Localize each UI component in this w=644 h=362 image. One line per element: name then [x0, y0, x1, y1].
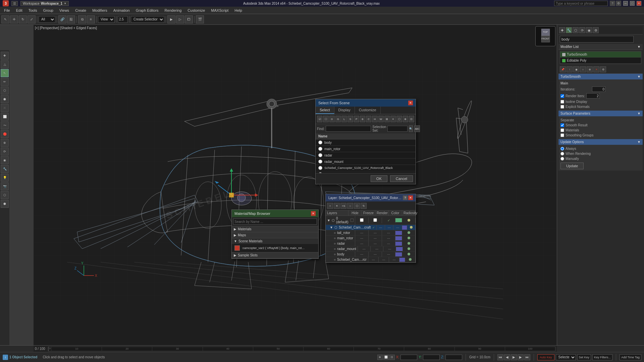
- layer-color-radar-mount[interactable]: [396, 247, 402, 251]
- x-input[interactable]: [400, 355, 417, 360]
- layer-color-radar[interactable]: [395, 242, 402, 246]
- layer-row-tail-rotor[interactable]: ○ tail_rotor --- --- ---: [326, 230, 416, 236]
- title-search-input[interactable]: [554, 1, 608, 6]
- modifier-turbosmooth[interactable]: TurboSmooth: [560, 52, 641, 58]
- key-mode-select[interactable]: Selected: [556, 354, 576, 360]
- rp-icon-motion[interactable]: ⟳: [579, 27, 585, 33]
- list-item-schiebel[interactable]: Schiebel_Camcopter_S100_UAV_Rotorcraft_B…: [316, 165, 416, 171]
- when-rendering-radio[interactable]: [560, 152, 564, 156]
- tool-create[interactable]: ✚: [1, 52, 9, 60]
- selection-set-dd[interactable]: Create Selection...: [131, 16, 164, 23]
- layer-row-body[interactable]: ○ body --- --- ---: [326, 252, 416, 257]
- list-item-radar-mount[interactable]: radar_mount: [316, 159, 416, 165]
- select-filter5[interactable]: B: [360, 116, 365, 122]
- tool-patch[interactable]: ⬜: [1, 113, 9, 121]
- turbosmooth-header[interactable]: TurboSmooth ▼: [558, 74, 643, 79]
- select-sort2[interactable]: ⬡: [396, 116, 402, 122]
- tool-display[interactable]: ◉: [1, 156, 9, 164]
- mat-scene-header[interactable]: ▼ Scene Materials: [232, 238, 318, 244]
- menu-graph-editors[interactable]: Graph Editors: [133, 8, 161, 13]
- layer-render-default[interactable]: ✓: [382, 218, 395, 223]
- layer-color-schiebel2[interactable]: [399, 258, 405, 262]
- list-item-radar[interactable]: radar: [316, 152, 416, 159]
- select-invert-btn[interactable]: ⊙: [329, 116, 335, 122]
- manually-radio[interactable]: [560, 157, 564, 161]
- tool-move[interactable]: ✛: [10, 15, 18, 23]
- tool-mirror[interactable]: ⧉: [78, 15, 86, 23]
- update-btn[interactable]: Update: [560, 163, 584, 169]
- tool-select[interactable]: ↖: [1, 15, 9, 23]
- tool-link[interactable]: 🔗: [58, 15, 66, 23]
- viewport[interactable]: [+] [Perspective] [Shaded + Edged Faces]: [34, 25, 557, 345]
- layer-color-body[interactable]: [395, 252, 402, 256]
- menu-animation[interactable]: Animation: [111, 8, 132, 13]
- tool-align[interactable]: ≡: [87, 15, 95, 23]
- select-all-btn[interactable]: ☑: [317, 116, 322, 122]
- play-prev-key[interactable]: ⏮: [497, 354, 503, 360]
- rp-icon-modify[interactable]: 🔧: [566, 27, 572, 33]
- mat-sample-header[interactable]: ▶ Sample Slots: [232, 252, 318, 258]
- tool-motion[interactable]: ⟳: [1, 147, 9, 156]
- mat-materials-header[interactable]: ▶ Materials: [232, 226, 318, 232]
- menu-create[interactable]: Create: [72, 8, 89, 13]
- select-none-btn[interactable]: ☐: [323, 116, 328, 122]
- settings-icon[interactable]: ⚙: [616, 1, 621, 6]
- surface-params-header[interactable]: Surface Parameters ▼: [558, 111, 643, 116]
- rp-icon-hierarchy[interactable]: ⬡: [573, 27, 579, 33]
- dialog-select-close[interactable]: ✕: [408, 101, 413, 105]
- select-filter2[interactable]: L: [341, 116, 347, 122]
- mod-configure-btn[interactable]: ⚙: [600, 66, 606, 72]
- title-file-menu[interactable]: ☰: [11, 1, 18, 6]
- tool-paint[interactable]: ✏: [1, 78, 9, 86]
- modifier-editable-poly[interactable]: Editable Poly: [560, 58, 641, 64]
- dialog-material-close[interactable]: ✕: [311, 211, 316, 216]
- tool-open-render-setup[interactable]: 🎬: [196, 15, 204, 23]
- layer-color-mainrotor[interactable]: [395, 236, 402, 240]
- tool-select-active[interactable]: ↖: [1, 69, 9, 77]
- coord-icon2[interactable]: ⬜: [383, 355, 389, 360]
- select-filter8[interactable]: W: [378, 116, 384, 122]
- tool-nurbs[interactable]: 〜: [1, 121, 9, 129]
- radio-radar-mount[interactable]: [318, 160, 322, 164]
- render-iters-input[interactable]: [586, 93, 600, 99]
- mat-maps-header[interactable]: ▶ Maps: [232, 232, 318, 238]
- radio-main-rotor[interactable]: [318, 147, 322, 151]
- tool-render-quick[interactable]: ▷: [176, 15, 184, 23]
- radio-tail-rotor[interactable]: [318, 172, 322, 173]
- menu-modifiers[interactable]: Modifiers: [90, 8, 110, 13]
- menu-tools[interactable]: Tools: [26, 8, 40, 13]
- tool-particles[interactable]: ⁙: [1, 104, 9, 112]
- autokey-btn[interactable]: Auto Key: [537, 354, 554, 360]
- view-selector[interactable]: View: [98, 16, 115, 23]
- select-filter1[interactable]: G: [335, 116, 341, 122]
- tool-extra1[interactable]: ⬡: [1, 191, 9, 199]
- smooth-result-check[interactable]: [560, 123, 564, 127]
- explicit-normals-check[interactable]: [560, 105, 564, 109]
- list-item-main-rotor[interactable]: main_rotor: [316, 146, 416, 152]
- list-item-body[interactable]: body: [316, 139, 416, 146]
- menu-group[interactable]: Group: [40, 8, 56, 13]
- tool-dynamics[interactable]: 🔴: [1, 130, 9, 138]
- mod-show-orig-btn[interactable]: ○: [580, 66, 586, 72]
- tool-space[interactable]: ⊕: [1, 139, 9, 147]
- layer-row-schiebel[interactable]: ▼ ⬡ Schiebel_Cam....craft ✓ --- --- ---: [326, 225, 416, 230]
- select-filter3[interactable]: S: [347, 116, 353, 122]
- viewport-nav-cube[interactable]: TOP FRONT: [535, 26, 555, 46]
- win-minimize-btn[interactable]: ─: [623, 1, 628, 6]
- selection-filter[interactable]: All: [39, 16, 55, 23]
- find-input[interactable]: [326, 126, 371, 132]
- update-options-header[interactable]: Update Options ▼: [558, 139, 643, 145]
- isoline-check[interactable]: [560, 100, 564, 104]
- layer-render-schiebel[interactable]: ---: [393, 225, 402, 230]
- layer-row-schiebel2[interactable]: ○ Schiebel_Cam....rcr --- --- ---: [326, 257, 416, 262]
- win-close-btn[interactable]: ✕: [637, 1, 641, 6]
- tool-render-scene[interactable]: ▶: [167, 15, 175, 23]
- find-btn[interactable]: 🔍: [409, 125, 413, 132]
- layer-refresh[interactable]: ↻: [361, 203, 367, 209]
- mod-remove-btn[interactable]: ✕: [593, 66, 599, 72]
- selection-set-input[interactable]: [387, 126, 408, 132]
- mod-make-unique-btn[interactable]: ⊕: [587, 66, 593, 72]
- z-input[interactable]: [445, 355, 462, 360]
- coord-icon1[interactable]: ⊕: [377, 355, 383, 360]
- percent-input[interactable]: [118, 16, 128, 23]
